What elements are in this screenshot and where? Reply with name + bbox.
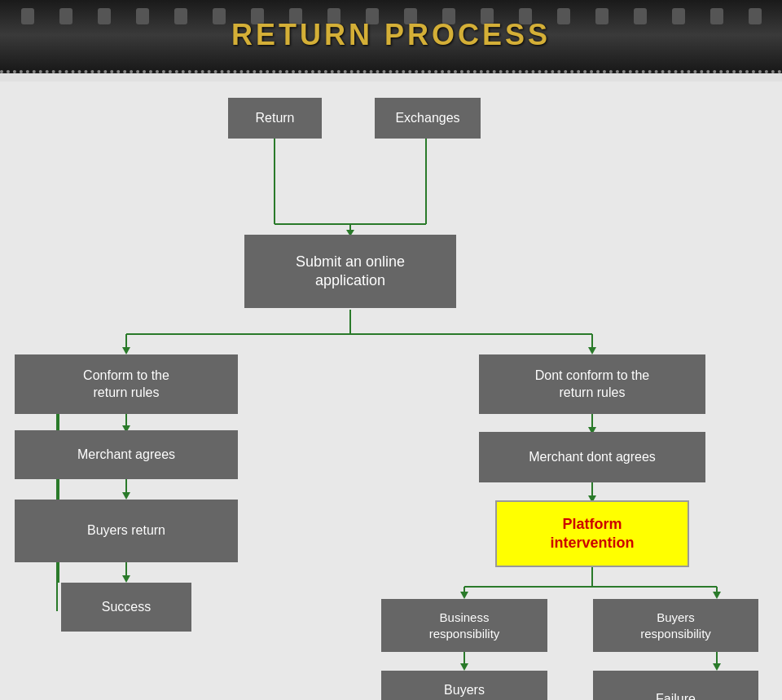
business-resp-box: Businessresponsibility bbox=[381, 599, 547, 652]
buyers-resp-label: Buyersresponsibility bbox=[640, 610, 711, 641]
svg-marker-10 bbox=[588, 347, 596, 354]
buyers-return-left-box: Buyers return bbox=[15, 500, 238, 562]
buyers-return-right-label: Buyersreturn bbox=[444, 682, 485, 700]
svg-marker-8 bbox=[122, 347, 130, 354]
submit-box: Submit an onlineapplication bbox=[244, 235, 456, 308]
dont-conform-box: Dont conform to thereturn rules bbox=[479, 354, 705, 414]
failure-box: Failure bbox=[593, 671, 758, 700]
buyers-return-right-box: Buyersreturn bbox=[381, 671, 547, 700]
dont-conform-label: Dont conform to thereturn rules bbox=[535, 368, 650, 402]
conform-box: Conform to thereturn rules bbox=[15, 354, 238, 414]
platform-intervention-box: Platformintervention bbox=[495, 500, 689, 567]
svg-marker-34 bbox=[713, 663, 721, 671]
submit-label: Submit an onlineapplication bbox=[296, 253, 405, 291]
svg-marker-32 bbox=[460, 663, 468, 671]
success-box: Success bbox=[61, 583, 191, 632]
platform-label: Platformintervention bbox=[550, 515, 634, 553]
svg-marker-14 bbox=[122, 492, 130, 500]
svg-marker-28 bbox=[460, 592, 468, 599]
page-title: RETURN PROCESS bbox=[231, 18, 551, 52]
buyers-resp-box: Buyersresponsibility bbox=[593, 599, 758, 652]
exchanges-box: Exchanges bbox=[375, 98, 481, 139]
business-resp-label: Businessresponsibility bbox=[429, 610, 500, 641]
title-bar: RETURN PROCESS bbox=[0, 0, 782, 73]
page: RETURN PROCESS bbox=[0, 0, 782, 700]
flowchart: Return Exchanges Submit an onlineapplica… bbox=[0, 81, 782, 700]
conform-label: Conform to thereturn rules bbox=[83, 368, 169, 402]
svg-marker-30 bbox=[713, 592, 721, 599]
return-box: Return bbox=[228, 98, 322, 139]
svg-marker-16 bbox=[122, 575, 130, 583]
merchant-dont-label: Merchant dont agrees bbox=[529, 449, 656, 466]
success-label: Success bbox=[102, 599, 151, 616]
failure-label: Failure bbox=[656, 691, 696, 700]
merchant-agrees-box: Merchant agrees bbox=[15, 430, 238, 479]
merchant-dont-agrees-box: Merchant dont agrees bbox=[479, 432, 705, 482]
